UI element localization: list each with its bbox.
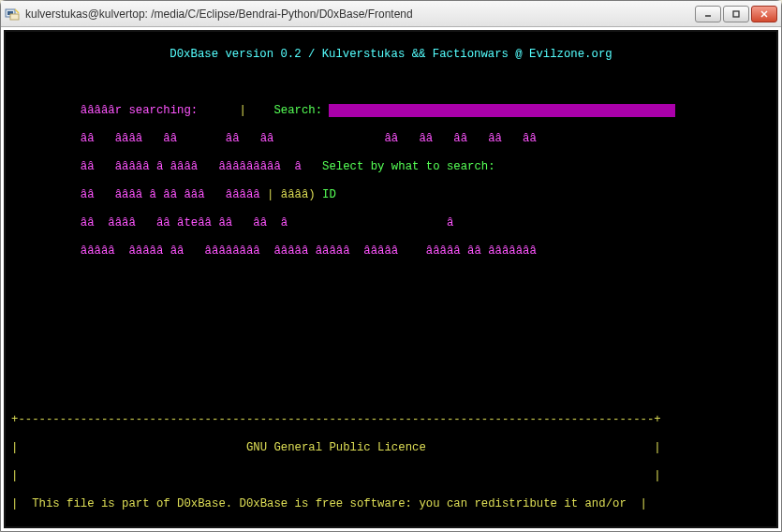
maximize-button[interactable] <box>723 6 749 22</box>
search-input[interactable] <box>329 104 675 117</box>
client-area: D0xBase version 0.2 / Kulverstukas && Fa… <box>1 27 781 531</box>
minimize-button[interactable] <box>695 6 721 22</box>
id-label: ID <box>322 188 336 201</box>
licence-p1: This file is part of D0xBase. D0xBase is… <box>32 497 627 510</box>
svg-line-3 <box>15 9 19 13</box>
searching-label: âââââr searching: <box>81 104 198 117</box>
ascii-row-4: ââ ââââ ââ âteââ ââ ââ â â <box>81 216 453 229</box>
divider-top: +---------------------------------------… <box>11 413 771 427</box>
window-title: kulverstukas@kulvertop: /media/C/Eclipse… <box>25 7 695 21</box>
svg-rect-5 <box>733 11 739 17</box>
titlebar[interactable]: kulverstukas@kulvertop: /media/C/Eclipse… <box>1 1 781 27</box>
ascii-row-3: ââ ââââ â ââ âââ âââââ <box>81 188 260 201</box>
close-button[interactable] <box>751 6 777 22</box>
ascii-row-5: âââââ âââââ ââ ââââââââ âââââ âââââ ââââ… <box>81 244 537 258</box>
terminal[interactable]: D0xBase version 0.2 / Kulverstukas && Fa… <box>4 30 778 528</box>
app-window: kulverstukas@kulvertop: /media/C/Eclipse… <box>0 0 782 532</box>
ascii-row-1: ââ ââââ ââ ââ ââ ââ ââ ââ ââ ââ <box>81 132 537 145</box>
svg-rect-2 <box>10 14 19 20</box>
window-buttons <box>695 6 777 22</box>
licence-title: | GNU General Public Licence | <box>11 441 771 455</box>
ascii-row-2: ââ âââââ â ââââ âââââââââ â <box>81 160 322 173</box>
putty-icon <box>5 7 20 22</box>
select-by-label: Select by what to search: <box>322 160 494 173</box>
licence-p2: modify it under the terms of the GNU Gen… <box>39 525 620 528</box>
search-label: Search: <box>273 104 322 117</box>
app-header: D0xBase version 0.2 / Kulverstukas && Fa… <box>11 48 771 62</box>
